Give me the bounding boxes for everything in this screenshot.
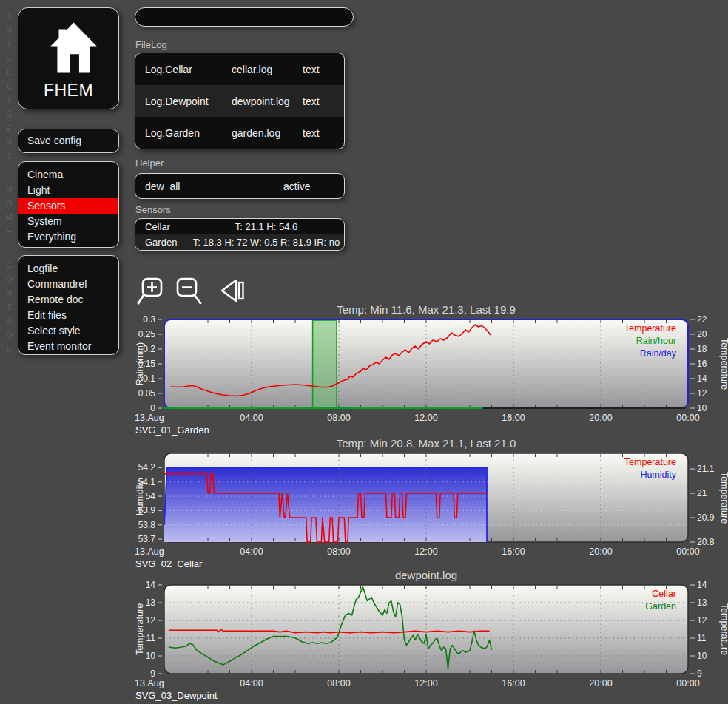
svg-text:10: 10	[697, 403, 707, 413]
svg-text:13: 13	[146, 598, 156, 608]
chart-svg: 00.050.10.150.20.250.310121416182022Rain…	[135, 303, 728, 423]
svg-text:20.8: 20.8	[697, 537, 715, 547]
menu-item-commandref[interactable]: Commandref	[18, 277, 118, 292]
svg-text:Humidity: Humidity	[640, 470, 676, 480]
chart-cellar: 53.753.853.95454.154.220.820.92121.1Humi…	[135, 437, 728, 571]
svg-text:13.Aug: 13.Aug	[135, 413, 164, 423]
cell: text	[303, 64, 344, 75]
svg-text:12: 12	[697, 388, 707, 399]
cell: garden.log	[232, 127, 303, 139]
svg-text:14: 14	[697, 580, 707, 590]
menu-item-edit-files[interactable]: Edit files	[18, 308, 118, 323]
section-label-sensors: Sensors	[135, 204, 171, 215]
fhem-logo[interactable]: FHEM	[18, 7, 119, 109]
cell: T: 21.1 H: 54.6	[189, 221, 344, 232]
menu-item-sensors[interactable]: Sensors	[18, 198, 118, 214]
svg-text:Temp: Min 11.6, Max 21.3, Last: Temp: Min 11.6, Max 21.3, Last 19.9	[337, 303, 516, 316]
vertical-brand-text: INTELLIGENTHOMECONTROL	[2, 9, 16, 356]
svg-text:12: 12	[146, 615, 156, 626]
cell: text	[303, 127, 344, 139]
svg-text:20: 20	[697, 329, 707, 339]
house-icon	[38, 17, 99, 79]
svg-text:11: 11	[697, 633, 707, 643]
svg-text:16:00: 16:00	[502, 546, 525, 557]
chart-svg: 9101112131491011121314TemperatureTempera…	[135, 569, 728, 688]
cell: Log.Dewpoint	[135, 95, 232, 107]
cell: dew_all	[135, 180, 283, 192]
chart-toolbar	[136, 275, 247, 306]
svg-text:11: 11	[146, 633, 156, 643]
svg-text:08:00: 08:00	[327, 413, 350, 423]
chart-caption-link[interactable]: SVG_01_Garden	[135, 424, 209, 436]
svg-text:10: 10	[146, 651, 156, 661]
cell: Log.Cellar	[135, 64, 232, 75]
svg-text:08:00: 08:00	[327, 678, 350, 688]
command-input[interactable]	[135, 7, 354, 27]
svg-text:13: 13	[697, 598, 707, 608]
chart-garden: 00.050.10.150.20.250.310121416182022Rain…	[135, 303, 728, 437]
svg-text:Humidity: Humidity	[135, 479, 145, 515]
svg-text:16:00: 16:00	[502, 678, 525, 688]
svg-text:04:00: 04:00	[240, 413, 263, 423]
svg-text:0: 0	[150, 403, 155, 413]
zoom-out-icon[interactable]	[172, 275, 203, 306]
svg-text:Temperature: Temperature	[719, 338, 728, 390]
back-icon[interactable]	[218, 275, 247, 306]
menu-item-everything[interactable]: Everything	[18, 229, 118, 245]
svg-text:21: 21	[697, 488, 707, 498]
svg-text:0.25: 0.25	[138, 329, 156, 339]
filelog-row-log-garden[interactable]: Log.Gardengarden.logtext	[135, 117, 344, 149]
svg-text:12:00: 12:00	[414, 678, 437, 688]
zoom-in-icon[interactable]	[136, 275, 167, 306]
helper-row-dew-all[interactable]: dew_allactive	[135, 174, 344, 198]
svg-text:Temperature: Temperature	[624, 323, 676, 334]
menu-item-system[interactable]: System	[18, 214, 118, 229]
svg-text:22: 22	[697, 314, 707, 325]
svg-text:Garden: Garden	[645, 601, 676, 612]
menu-item-light[interactable]: Light	[18, 183, 118, 198]
section-label-filelog: FileLog	[135, 39, 167, 50]
svg-text:10: 10	[697, 651, 707, 661]
svg-text:04:00: 04:00	[240, 678, 263, 688]
chart-dewpoint: 9101112131491011121314TemperatureTempera…	[135, 569, 728, 703]
svg-text:16: 16	[697, 359, 707, 369]
svg-text:Rain (mm): Rain (mm)	[135, 342, 145, 385]
sensors-row-garden[interactable]: GardenT: 18.3 H: 72 W: 0.5 R: 81.9 IR: n…	[135, 234, 344, 250]
menu-item-cinema[interactable]: Cinema	[18, 167, 118, 183]
chart-caption-link[interactable]: SVG_03_Dewpoint	[135, 690, 218, 701]
svg-text:Rain/day: Rain/day	[640, 348, 677, 359]
svg-text:0.05: 0.05	[138, 388, 156, 399]
cell: active	[283, 180, 344, 192]
cell: dewpoint.log	[232, 95, 303, 107]
svg-text:13.Aug: 13.Aug	[135, 546, 164, 557]
svg-text:54.2: 54.2	[138, 462, 156, 473]
svg-text:0.3: 0.3	[143, 314, 155, 325]
sensors-row-cellar[interactable]: CellarT: 21.1 H: 54.6	[135, 219, 344, 234]
cell: T: 18.3 H: 72 W: 0.5 R: 81.9 IR: no	[189, 237, 344, 248]
cell: Garden	[135, 237, 189, 248]
svg-text:Temperature: Temperature	[624, 457, 676, 467]
svg-text:18: 18	[697, 344, 707, 354]
filelog-row-log-cellar[interactable]: Log.Cellarcellar.logtext	[135, 53, 344, 85]
save-config-button[interactable]: Save config	[18, 129, 119, 153]
section-label-helper: Helper	[135, 158, 164, 169]
tools-menu: LogfileCommandrefRemote docEdit filesSel…	[18, 255, 119, 355]
svg-text:21.1: 21.1	[697, 464, 715, 474]
filelog-row-log-dewpoint[interactable]: Log.Dewpointdewpoint.logtext	[135, 85, 344, 117]
svg-text:Temp: Min 20.8, Max 21.1, Last: Temp: Min 20.8, Max 21.1, Last 21.0	[337, 437, 516, 450]
filelog-table: Log.Cellarcellar.logtextLog.Dewpointdewp…	[135, 53, 345, 149]
menu-item-select-style[interactable]: Select style	[18, 323, 118, 339]
svg-text:12:00: 12:00	[414, 413, 437, 423]
menu-item-event-monitor[interactable]: Event monitor	[18, 339, 118, 354]
svg-text:Temperature: Temperature	[135, 603, 145, 655]
svg-text:00:00: 00:00	[676, 546, 699, 557]
svg-text:00:00: 00:00	[676, 413, 699, 423]
svg-text:Temperature: Temperature	[719, 603, 728, 655]
svg-text:Temperature: Temperature	[719, 472, 728, 524]
svg-text:9: 9	[697, 669, 702, 679]
svg-text:9: 9	[150, 669, 155, 679]
menu-item-remote-doc[interactable]: Remote doc	[18, 292, 118, 308]
chart-caption-link[interactable]: SVG_02_Cellar	[135, 558, 202, 569]
svg-text:20:00: 20:00	[589, 546, 612, 557]
menu-item-logfile[interactable]: Logfile	[18, 261, 118, 277]
